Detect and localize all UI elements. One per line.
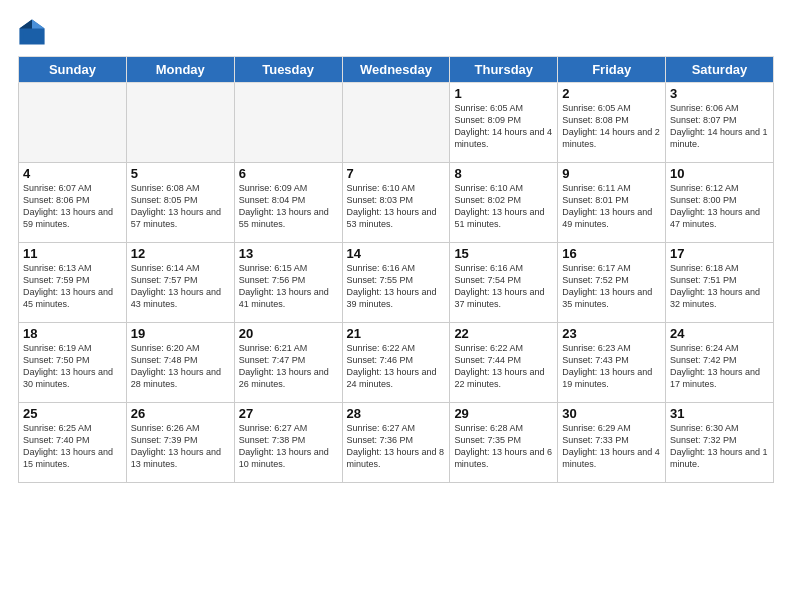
day-number: 10 (670, 166, 769, 181)
calendar-cell: 11 Sunrise: 6:13 AMSunset: 7:59 PMDaylig… (19, 243, 127, 323)
calendar-cell (342, 83, 450, 163)
day-number: 26 (131, 406, 230, 421)
day-info: Sunrise: 6:22 AMSunset: 7:44 PMDaylight:… (454, 343, 544, 389)
calendar-cell: 23 Sunrise: 6:23 AMSunset: 7:43 PMDaylig… (558, 323, 666, 403)
calendar-cell: 2 Sunrise: 6:05 AMSunset: 8:08 PMDayligh… (558, 83, 666, 163)
day-number: 28 (347, 406, 446, 421)
day-info: Sunrise: 6:30 AMSunset: 7:32 PMDaylight:… (670, 423, 768, 469)
calendar-cell: 3 Sunrise: 6:06 AMSunset: 8:07 PMDayligh… (666, 83, 774, 163)
calendar-table: SundayMondayTuesdayWednesdayThursdayFrid… (18, 56, 774, 483)
calendar-cell: 29 Sunrise: 6:28 AMSunset: 7:35 PMDaylig… (450, 403, 558, 483)
day-info: Sunrise: 6:23 AMSunset: 7:43 PMDaylight:… (562, 343, 652, 389)
day-info: Sunrise: 6:18 AMSunset: 7:51 PMDaylight:… (670, 263, 760, 309)
day-info: Sunrise: 6:13 AMSunset: 7:59 PMDaylight:… (23, 263, 113, 309)
calendar-week-1: 4 Sunrise: 6:07 AMSunset: 8:06 PMDayligh… (19, 163, 774, 243)
calendar-cell: 8 Sunrise: 6:10 AMSunset: 8:02 PMDayligh… (450, 163, 558, 243)
day-info: Sunrise: 6:09 AMSunset: 8:04 PMDaylight:… (239, 183, 329, 229)
day-number: 3 (670, 86, 769, 101)
calendar-header-tuesday: Tuesday (234, 57, 342, 83)
day-info: Sunrise: 6:26 AMSunset: 7:39 PMDaylight:… (131, 423, 221, 469)
calendar-cell: 17 Sunrise: 6:18 AMSunset: 7:51 PMDaylig… (666, 243, 774, 323)
calendar-cell: 12 Sunrise: 6:14 AMSunset: 7:57 PMDaylig… (126, 243, 234, 323)
calendar-cell: 26 Sunrise: 6:26 AMSunset: 7:39 PMDaylig… (126, 403, 234, 483)
day-number: 27 (239, 406, 338, 421)
calendar-cell: 20 Sunrise: 6:21 AMSunset: 7:47 PMDaylig… (234, 323, 342, 403)
calendar-cell (234, 83, 342, 163)
calendar-header-row: SundayMondayTuesdayWednesdayThursdayFrid… (19, 57, 774, 83)
day-info: Sunrise: 6:12 AMSunset: 8:00 PMDaylight:… (670, 183, 760, 229)
day-number: 23 (562, 326, 661, 341)
day-info: Sunrise: 6:10 AMSunset: 8:02 PMDaylight:… (454, 183, 544, 229)
day-info: Sunrise: 6:16 AMSunset: 7:54 PMDaylight:… (454, 263, 544, 309)
day-number: 13 (239, 246, 338, 261)
day-info: Sunrise: 6:06 AMSunset: 8:07 PMDaylight:… (670, 103, 768, 149)
day-info: Sunrise: 6:05 AMSunset: 8:08 PMDaylight:… (562, 103, 660, 149)
calendar-header-saturday: Saturday (666, 57, 774, 83)
day-info: Sunrise: 6:07 AMSunset: 8:06 PMDaylight:… (23, 183, 113, 229)
calendar-week-0: 1 Sunrise: 6:05 AMSunset: 8:09 PMDayligh… (19, 83, 774, 163)
calendar-week-2: 11 Sunrise: 6:13 AMSunset: 7:59 PMDaylig… (19, 243, 774, 323)
day-number: 8 (454, 166, 553, 181)
day-number: 4 (23, 166, 122, 181)
day-info: Sunrise: 6:21 AMSunset: 7:47 PMDaylight:… (239, 343, 329, 389)
day-number: 15 (454, 246, 553, 261)
calendar-cell: 6 Sunrise: 6:09 AMSunset: 8:04 PMDayligh… (234, 163, 342, 243)
day-number: 2 (562, 86, 661, 101)
day-number: 18 (23, 326, 122, 341)
calendar-cell: 25 Sunrise: 6:25 AMSunset: 7:40 PMDaylig… (19, 403, 127, 483)
calendar-cell (126, 83, 234, 163)
calendar-header-thursday: Thursday (450, 57, 558, 83)
calendar-cell: 18 Sunrise: 6:19 AMSunset: 7:50 PMDaylig… (19, 323, 127, 403)
day-info: Sunrise: 6:24 AMSunset: 7:42 PMDaylight:… (670, 343, 760, 389)
calendar-cell: 9 Sunrise: 6:11 AMSunset: 8:01 PMDayligh… (558, 163, 666, 243)
logo-icon (18, 18, 46, 46)
calendar-week-3: 18 Sunrise: 6:19 AMSunset: 7:50 PMDaylig… (19, 323, 774, 403)
calendar-week-4: 25 Sunrise: 6:25 AMSunset: 7:40 PMDaylig… (19, 403, 774, 483)
calendar-cell (19, 83, 127, 163)
day-number: 22 (454, 326, 553, 341)
calendar-cell: 30 Sunrise: 6:29 AMSunset: 7:33 PMDaylig… (558, 403, 666, 483)
day-info: Sunrise: 6:22 AMSunset: 7:46 PMDaylight:… (347, 343, 437, 389)
svg-marker-2 (19, 19, 32, 28)
calendar-cell: 4 Sunrise: 6:07 AMSunset: 8:06 PMDayligh… (19, 163, 127, 243)
calendar-cell: 7 Sunrise: 6:10 AMSunset: 8:03 PMDayligh… (342, 163, 450, 243)
calendar-cell: 13 Sunrise: 6:15 AMSunset: 7:56 PMDaylig… (234, 243, 342, 323)
calendar-cell: 28 Sunrise: 6:27 AMSunset: 7:36 PMDaylig… (342, 403, 450, 483)
day-number: 16 (562, 246, 661, 261)
calendar-cell: 15 Sunrise: 6:16 AMSunset: 7:54 PMDaylig… (450, 243, 558, 323)
day-number: 6 (239, 166, 338, 181)
day-number: 7 (347, 166, 446, 181)
day-number: 17 (670, 246, 769, 261)
day-info: Sunrise: 6:28 AMSunset: 7:35 PMDaylight:… (454, 423, 552, 469)
calendar-cell: 5 Sunrise: 6:08 AMSunset: 8:05 PMDayligh… (126, 163, 234, 243)
day-info: Sunrise: 6:16 AMSunset: 7:55 PMDaylight:… (347, 263, 437, 309)
day-info: Sunrise: 6:29 AMSunset: 7:33 PMDaylight:… (562, 423, 660, 469)
svg-rect-3 (24, 32, 41, 42)
day-number: 29 (454, 406, 553, 421)
day-info: Sunrise: 6:17 AMSunset: 7:52 PMDaylight:… (562, 263, 652, 309)
header (18, 18, 774, 46)
calendar-cell: 19 Sunrise: 6:20 AMSunset: 7:48 PMDaylig… (126, 323, 234, 403)
day-number: 9 (562, 166, 661, 181)
calendar-header-wednesday: Wednesday (342, 57, 450, 83)
day-info: Sunrise: 6:10 AMSunset: 8:03 PMDaylight:… (347, 183, 437, 229)
calendar-cell: 14 Sunrise: 6:16 AMSunset: 7:55 PMDaylig… (342, 243, 450, 323)
calendar-cell: 31 Sunrise: 6:30 AMSunset: 7:32 PMDaylig… (666, 403, 774, 483)
day-info: Sunrise: 6:25 AMSunset: 7:40 PMDaylight:… (23, 423, 113, 469)
calendar-cell: 27 Sunrise: 6:27 AMSunset: 7:38 PMDaylig… (234, 403, 342, 483)
day-info: Sunrise: 6:15 AMSunset: 7:56 PMDaylight:… (239, 263, 329, 309)
day-number: 19 (131, 326, 230, 341)
day-number: 31 (670, 406, 769, 421)
day-number: 30 (562, 406, 661, 421)
calendar-cell: 16 Sunrise: 6:17 AMSunset: 7:52 PMDaylig… (558, 243, 666, 323)
day-number: 20 (239, 326, 338, 341)
page: SundayMondayTuesdayWednesdayThursdayFrid… (0, 0, 792, 612)
day-number: 21 (347, 326, 446, 341)
day-number: 5 (131, 166, 230, 181)
day-info: Sunrise: 6:20 AMSunset: 7:48 PMDaylight:… (131, 343, 221, 389)
calendar-header-friday: Friday (558, 57, 666, 83)
calendar-header-sunday: Sunday (19, 57, 127, 83)
logo (18, 18, 50, 46)
calendar-cell: 24 Sunrise: 6:24 AMSunset: 7:42 PMDaylig… (666, 323, 774, 403)
day-info: Sunrise: 6:08 AMSunset: 8:05 PMDaylight:… (131, 183, 221, 229)
